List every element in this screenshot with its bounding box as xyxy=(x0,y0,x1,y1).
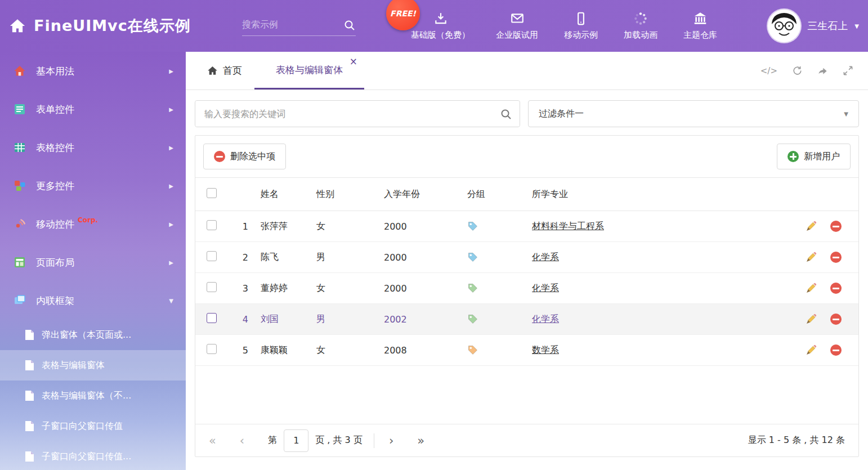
table-row[interactable]: 1 张萍萍 女 2000 材料科学与工程系 xyxy=(195,211,858,242)
share-icon[interactable] xyxy=(817,65,828,76)
tab-grid-edit-window[interactable]: 表格与编辑窗体 × xyxy=(254,52,364,89)
sidebar-item-grid-controls[interactable]: 表格控件 ▶ xyxy=(0,128,186,167)
header-search-placeholder: 搜索示例 xyxy=(242,19,343,31)
page-label-prefix: 第 xyxy=(268,435,277,446)
first-page-button[interactable]: « xyxy=(209,434,216,447)
row-checkbox[interactable] xyxy=(207,313,217,323)
sidebar-item-basic-usage[interactable]: 基本用法 ▶ xyxy=(0,52,186,90)
filter-dropdown[interactable]: 过滤条件一 ▼ xyxy=(528,100,859,127)
sidebar-subitem-popup-window[interactable]: 弹出窗体（本页面或... xyxy=(0,320,186,350)
expand-icon[interactable] xyxy=(843,65,853,76)
page-content: 过滤条件一 ▼ 删除选中项 新增用户 姓名 性别 入学年份 xyxy=(186,90,868,470)
filter-dropdown-value: 过滤条件一 xyxy=(539,108,584,120)
header-search[interactable]: 搜索示例 xyxy=(242,15,356,36)
row-checkbox[interactable] xyxy=(207,251,217,261)
major-link[interactable]: 化学系 xyxy=(532,314,559,324)
brand[interactable]: FineUIMvc在线示例 xyxy=(9,0,191,52)
sidebar-item-inline-frame[interactable]: 内联框架 ▼ xyxy=(0,281,186,320)
sidebar-item-more-controls[interactable]: 更多控件 ▶ xyxy=(0,167,186,205)
chevron-down-icon: ▼ xyxy=(169,298,173,304)
sidebar-subitem-grid-edit-window[interactable]: 表格与编辑窗体 xyxy=(0,350,186,381)
record-summary: 显示 1 - 5 条 , 共 12 条 xyxy=(748,435,845,446)
pager-divider xyxy=(374,433,374,448)
col-header-year: 入学年份 xyxy=(384,189,467,200)
search-input[interactable] xyxy=(195,101,520,127)
home-icon xyxy=(12,64,27,78)
user-menu[interactable]: 三生石上 ▼ xyxy=(768,0,859,52)
filter-row: 过滤条件一 ▼ xyxy=(195,100,859,127)
file-icon xyxy=(25,390,34,401)
add-user-button[interactable]: 新增用户 xyxy=(777,144,851,169)
row-checkbox[interactable] xyxy=(207,220,217,230)
edit-icon[interactable] xyxy=(806,221,817,232)
sidebar-item-page-layout[interactable]: 页面布局 ▶ xyxy=(0,243,186,281)
select-all-checkbox[interactable] xyxy=(207,188,217,198)
user-name: 三生石上 xyxy=(807,19,848,33)
nav-mobile-demo[interactable]: 移动示例 xyxy=(564,11,598,41)
code-icon[interactable]: </> xyxy=(760,66,777,76)
frames-icon xyxy=(12,293,27,308)
caret-down-icon: ▼ xyxy=(844,111,848,117)
table-row-selected[interactable]: 4 刘国 男 2002 化学系 xyxy=(195,304,858,335)
row-checkbox[interactable] xyxy=(207,282,217,292)
row-checkbox[interactable] xyxy=(207,344,217,354)
delete-selected-button[interactable]: 删除选中项 xyxy=(203,144,286,169)
major-link[interactable]: 材料科学与工程系 xyxy=(532,221,604,231)
major-link[interactable]: 化学系 xyxy=(532,252,559,262)
major-link[interactable]: 化学系 xyxy=(532,283,559,293)
envelope-icon xyxy=(510,11,525,26)
sidebar-item-form-controls[interactable]: 表单控件 ▶ xyxy=(0,90,186,128)
prev-page-button[interactable]: ‹ xyxy=(240,434,244,447)
tab-tools: </> xyxy=(760,52,868,89)
edit-icon[interactable] xyxy=(806,252,817,263)
table-row[interactable]: 2 陈飞 男 2000 化学系 xyxy=(195,242,858,273)
delete-icon[interactable] xyxy=(830,252,842,263)
edit-icon[interactable] xyxy=(806,344,817,356)
spinner-icon xyxy=(633,11,648,26)
table-row[interactable]: 5 康颖颖 女 2008 数学系 xyxy=(195,335,858,366)
page-input[interactable] xyxy=(284,429,308,452)
table-icon xyxy=(12,140,27,155)
chevron-right-icon: ▶ xyxy=(169,259,173,266)
layout-icon xyxy=(12,255,27,270)
minus-circle-icon xyxy=(214,151,225,162)
chevron-right-icon: ▶ xyxy=(169,221,173,227)
sidebar: 基本用法 ▶ 表单控件 ▶ 表格控件 ▶ 更多控件 ▶ 移动控件 Corp. ▶ xyxy=(0,52,186,470)
last-page-button[interactable]: » xyxy=(417,434,424,447)
delete-icon[interactable] xyxy=(830,314,842,325)
plus-circle-icon xyxy=(788,151,799,162)
sidebar-subitem-grid-edit-window-2[interactable]: 表格与编辑窗体（不... xyxy=(0,381,186,411)
tab-home[interactable]: 首页 xyxy=(195,52,254,89)
sidebar-subitem-child-to-parent[interactable]: 子窗口向父窗口传值 xyxy=(0,411,186,441)
corp-badge: Corp. xyxy=(78,216,98,224)
search-icon[interactable] xyxy=(500,108,512,123)
major-link[interactable]: 数学系 xyxy=(532,344,559,355)
sidebar-item-mobile-controls[interactable]: 移动控件 Corp. ▶ xyxy=(0,205,186,243)
edit-icon[interactable] xyxy=(806,314,817,325)
mobile-icon xyxy=(574,11,588,26)
header-nav: 基础版（免费） 企业版试用 移动示例 加载动画 主题仓库 xyxy=(411,0,717,52)
tag-icon xyxy=(467,221,532,232)
page-label-suffix: 页 , 共 3 页 xyxy=(315,435,363,446)
next-page-button[interactable]: › xyxy=(389,434,393,447)
nav-enterprise-trial[interactable]: 企业版试用 xyxy=(496,11,538,41)
nav-theme-store[interactable]: 主题仓库 xyxy=(683,11,717,41)
file-icon xyxy=(25,420,34,432)
blocks-icon xyxy=(12,178,27,193)
close-icon[interactable]: × xyxy=(350,57,357,66)
delete-icon[interactable] xyxy=(830,344,842,356)
caret-down-icon: ▼ xyxy=(854,23,859,29)
sidebar-subitem-child-to-parent-2[interactable]: 子窗口向父窗口传值... xyxy=(0,441,186,470)
file-icon xyxy=(25,360,34,371)
refresh-icon[interactable] xyxy=(792,65,803,76)
nav-loading-animation[interactable]: 加载动画 xyxy=(624,11,657,41)
col-header-group: 分组 xyxy=(467,189,532,200)
table-row[interactable]: 3 董婷婷 女 2000 化学系 xyxy=(195,273,858,304)
delete-icon[interactable] xyxy=(830,221,842,232)
pagination-bar: « ‹ 第 页 , 共 3 页 › » 显示 1 - 5 条 , 共 12 条 xyxy=(195,424,858,456)
edit-icon[interactable] xyxy=(806,283,817,294)
delete-icon[interactable] xyxy=(830,283,842,294)
grid-panel: 删除选中项 新增用户 姓名 性别 入学年份 分组 所学专业 1 xyxy=(195,135,859,457)
avatar xyxy=(768,10,800,42)
main-content: 首页 表格与编辑窗体 × </> xyxy=(186,52,868,470)
